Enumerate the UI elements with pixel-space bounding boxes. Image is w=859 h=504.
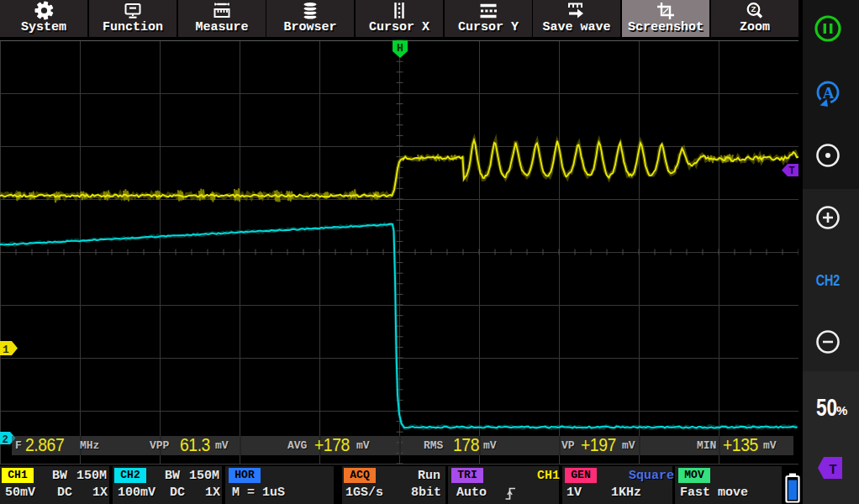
svg-text:T: T <box>788 165 794 177</box>
svg-text:%: % <box>836 403 847 417</box>
svg-text:CH2: CH2 <box>816 273 841 289</box>
svg-text:T: T <box>829 463 837 478</box>
svg-text:A: A <box>823 84 835 102</box>
svg-text:50: 50 <box>816 393 837 421</box>
svg-text:2: 2 <box>2 434 8 446</box>
svg-text:H: H <box>397 42 403 55</box>
svg-text:1: 1 <box>3 344 9 356</box>
